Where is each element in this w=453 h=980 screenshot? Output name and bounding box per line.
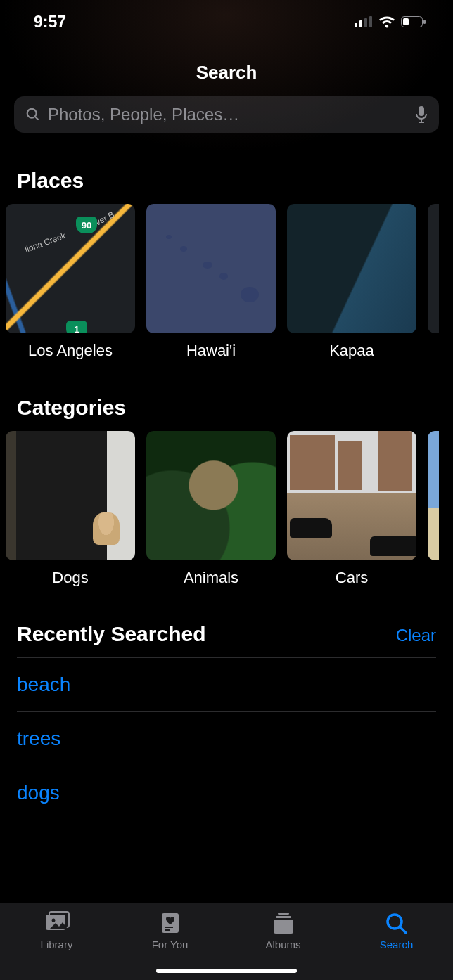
places-scroll[interactable]: Culver B llona Creek 90 1 Los Angeles Ha… xyxy=(0,204,453,380)
recent-search-item[interactable]: dogs xyxy=(17,766,436,820)
svg-line-8 xyxy=(35,117,39,120)
category-thumbnail xyxy=(6,431,135,560)
for-you-icon xyxy=(156,910,184,936)
place-card-peek-right[interactable] xyxy=(428,204,439,360)
map-thumbnail xyxy=(146,204,276,333)
category-label: Animals xyxy=(146,569,276,587)
tab-label: Albums xyxy=(265,939,300,950)
status-time: 9:57 xyxy=(34,13,66,32)
microphone-icon[interactable] xyxy=(415,105,428,124)
svg-rect-1 xyxy=(359,20,362,27)
category-thumbnail xyxy=(146,431,276,560)
place-label: Los Angeles xyxy=(6,342,135,360)
albums-icon xyxy=(269,910,298,936)
svg-point-14 xyxy=(51,919,55,922)
categories-section: Categories Dogs Animals Cars xyxy=(0,380,453,607)
svg-rect-2 xyxy=(364,18,367,27)
category-card-cars[interactable]: Cars xyxy=(287,431,416,587)
category-label: Dogs xyxy=(6,569,135,587)
home-indicator[interactable] xyxy=(156,969,297,973)
svg-rect-19 xyxy=(276,916,291,918)
tab-search[interactable]: Search xyxy=(340,910,453,980)
svg-rect-16 xyxy=(165,927,173,928)
tab-label: For You xyxy=(152,939,189,950)
page-title: Search xyxy=(0,62,453,84)
places-section: Places Culver B llona Creek 90 1 Los Ang… xyxy=(0,153,453,380)
svg-rect-20 xyxy=(274,920,293,934)
svg-rect-5 xyxy=(403,18,409,25)
svg-rect-17 xyxy=(165,929,170,931)
category-thumbnail xyxy=(287,431,416,560)
place-card-hawaii[interactable]: Hawai'i xyxy=(146,204,276,360)
search-icon xyxy=(383,910,411,936)
recently-searched-section: Recently Searched Clear beach trees dogs xyxy=(0,607,453,820)
status-bar: 9:57 xyxy=(0,0,453,35)
clear-button[interactable]: Clear xyxy=(396,626,436,645)
svg-rect-9 xyxy=(419,106,424,116)
route-shield-icon: 1 xyxy=(66,321,87,333)
category-card-animals[interactable]: Animals xyxy=(146,431,276,587)
search-bar[interactable] xyxy=(14,96,439,133)
map-thumbnail xyxy=(287,204,416,333)
place-label: Kapaa xyxy=(287,342,416,360)
places-title: Places xyxy=(17,169,84,193)
tab-label: Search xyxy=(380,939,414,950)
place-card-los-angeles[interactable]: Culver B llona Creek 90 1 Los Angeles xyxy=(6,204,135,360)
map-thumbnail: Culver B llona Creek 90 1 xyxy=(6,204,135,333)
battery-icon xyxy=(401,16,426,27)
route-shield-icon: 90 xyxy=(76,217,97,233)
wifi-icon xyxy=(378,15,395,28)
place-label: Hawai'i xyxy=(146,342,276,360)
status-indicators xyxy=(355,15,426,28)
svg-rect-6 xyxy=(423,20,426,24)
categories-scroll[interactable]: Dogs Animals Cars xyxy=(0,431,453,607)
place-card-kapaa[interactable]: Kapaa xyxy=(287,204,416,360)
recent-search-item[interactable]: trees xyxy=(17,711,436,766)
tab-library[interactable]: Library xyxy=(0,910,113,980)
svg-rect-18 xyxy=(278,913,289,915)
category-label: Cars xyxy=(287,569,416,587)
svg-point-7 xyxy=(27,109,37,118)
svg-rect-3 xyxy=(369,16,372,27)
categories-title: Categories xyxy=(17,396,126,420)
library-icon xyxy=(43,910,71,936)
recent-search-item[interactable]: beach xyxy=(17,657,436,711)
search-icon xyxy=(25,107,41,122)
tab-bar: Library For You Albums Search xyxy=(0,903,453,980)
svg-line-22 xyxy=(400,927,406,933)
tab-label: Library xyxy=(41,939,73,950)
category-card-dogs[interactable]: Dogs xyxy=(6,431,135,587)
search-input[interactable] xyxy=(48,105,408,124)
recently-searched-title: Recently Searched xyxy=(17,622,205,646)
svg-rect-0 xyxy=(355,23,357,27)
recent-list: beach trees dogs xyxy=(0,657,453,820)
cellular-icon xyxy=(355,16,373,27)
category-card-peek-right[interactable] xyxy=(428,431,439,587)
